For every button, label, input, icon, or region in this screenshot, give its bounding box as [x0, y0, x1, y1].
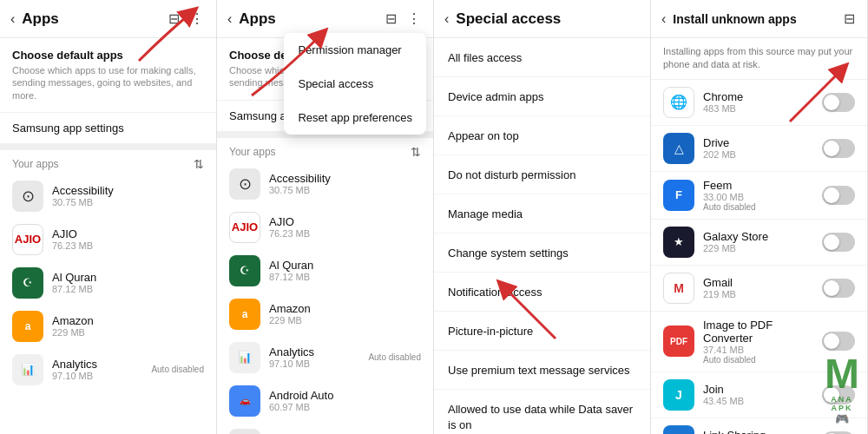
list-item[interactable]: ☪ Al Quran 87.12 MB	[0, 261, 216, 305]
list-item[interactable]: a Amazon 229 MB	[0, 305, 216, 348]
panel2-sort-icon[interactable]: ⊟	[384, 9, 398, 29]
watermark-m: M	[825, 353, 859, 395]
panel2-more-icon[interactable]: ⋮	[405, 9, 423, 29]
feem-toggle[interactable]	[822, 186, 855, 205]
apps-panel-1: ‹ Apps ⊟ ⋮ Choose default apps Choose wh…	[0, 0, 217, 434]
panel1-sort-icon[interactable]: ⊟	[167, 9, 181, 29]
access-item-manage-media[interactable]: Manage media	[434, 194, 650, 233]
access-item-notification[interactable]: Notification access	[434, 273, 650, 312]
app-name: Analytics	[52, 358, 148, 371]
panel4-header: ‹ Install unknown apps ⊟	[651, 0, 867, 38]
app-icon-analytics: 📊	[229, 342, 260, 373]
panel1-more-icon[interactable]: ⋮	[188, 9, 206, 29]
list-item[interactable]: a Amazon 229 MB	[217, 293, 433, 336]
watermark-apk: APK	[832, 404, 853, 412]
panel1-back-icon[interactable]: ‹	[10, 11, 15, 27]
app-size: 483 MB	[703, 103, 822, 114]
app-info-ajio: AJIO 76.23 MB	[52, 227, 204, 251]
chrome-toggle[interactable]	[822, 93, 855, 112]
app-name: Galaxy Store	[703, 230, 822, 243]
panel1-default-apps-section[interactable]: Choose default apps Choose which apps to…	[0, 38, 216, 113]
panel-2: ‹ Apps ⊟ ⋮ Choose default apps Choose wh…	[217, 0, 434, 434]
panel1-apps-sort-icon[interactable]: ⇅	[194, 157, 204, 171]
panel1-title: Apps	[22, 10, 167, 28]
app-size: 229 MB	[269, 315, 421, 326]
pdf-toggle[interactable]	[822, 332, 855, 351]
list-item[interactable]: ★ Galaxy Store 229 MB	[651, 220, 867, 266]
access-item-dnd[interactable]: Do not disturb permission	[434, 155, 650, 194]
list-item[interactable]: △ Drive 202 MB	[651, 126, 867, 172]
app-size: 219 MB	[703, 289, 822, 299]
app-info-amazon: Amazon 229 MB	[52, 314, 204, 338]
list-item[interactable]: ◈ Android System Intelligence 116 MB	[217, 423, 433, 434]
list-item[interactable]: ☪ Al Quran 87.12 MB	[217, 249, 433, 293]
app-icon-chrome: 🌐	[663, 87, 694, 118]
access-item-data-saver[interactable]: Allowed to use data while Data saver is …	[434, 390, 650, 434]
app-size: 30.75 MB	[269, 185, 421, 195]
list-item[interactable]: ⊙ Accessibility 30.75 MB	[0, 174, 216, 218]
app-icon-pdf: PDF	[663, 326, 694, 357]
panel1-your-apps-header: Your apps ⇅	[0, 150, 216, 174]
app-info-quran: Al Quran 87.12 MB	[269, 259, 421, 282]
app-name: Accessibility	[52, 184, 204, 197]
list-item[interactable]: 📊 Analytics 97.10 MB Auto disabled	[0, 348, 216, 391]
access-item-premium-sms[interactable]: Use premium text message services	[434, 351, 650, 390]
app-info-auto: Android Auto 60.97 MB	[269, 389, 421, 412]
app-name: AJIO	[52, 227, 204, 240]
app-name: Android Auto	[269, 389, 421, 402]
app-size: 76.23 MB	[269, 228, 421, 239]
panel2-back-icon[interactable]: ‹	[227, 11, 232, 27]
app-info-analytics: Analytics 97.10 MB	[52, 358, 148, 381]
list-item[interactable]: 📊 Analytics 97.10 MB Auto disabled	[217, 336, 433, 379]
apps-panel-2: ‹ Apps ⊟ ⋮ Choose default apps Choose wh…	[217, 0, 434, 434]
panel4-back-icon[interactable]: ‹	[661, 11, 666, 27]
access-item-device-admin[interactable]: Device admin apps	[434, 77, 650, 116]
app-icon-galaxy-store: ★	[663, 227, 694, 258]
app-name: Feem	[703, 179, 822, 192]
list-item[interactable]: AJIO AJIO 76.23 MB	[0, 218, 216, 261]
panel4-header-desc: Installing apps from this source may put…	[651, 38, 867, 80]
panel2-title: Apps	[239, 10, 384, 28]
list-item[interactable]: 🌐 Chrome 483 MB	[651, 80, 867, 126]
panel4-title: Install unknown apps	[673, 12, 842, 26]
app-icon-auto: 🚗	[229, 385, 260, 417]
list-item[interactable]: M Gmail 219 MB	[651, 266, 867, 312]
app-info-galaxy-store: Galaxy Store 229 MB	[703, 230, 822, 253]
app-icon-ajio: AJIO	[12, 224, 43, 255]
app-disabled-label: Auto disabled	[148, 365, 204, 374]
dropdown-permission-manager[interactable]: Permission manager	[284, 33, 426, 67]
dropdown-reset-preferences[interactable]: Reset app preferences	[284, 101, 426, 135]
access-item-change-system[interactable]: Change system settings	[434, 233, 650, 273]
app-name: Drive	[703, 136, 822, 149]
watermark-controller-icon: 🎮	[835, 412, 849, 425]
gmail-toggle[interactable]	[822, 279, 855, 298]
app-icon-feem: F	[663, 180, 694, 211]
app-size: 76.23 MB	[52, 240, 204, 251]
panel-1: ‹ Apps ⊟ ⋮ Choose default apps Choose wh…	[0, 0, 217, 434]
panel2-your-apps-label: Your apps	[229, 146, 276, 158]
drive-toggle[interactable]	[822, 139, 855, 158]
dropdown-special-access[interactable]: Special access	[284, 67, 426, 101]
app-icon-link-sharing: 🔗	[663, 425, 694, 434]
panel2-apps-sort-icon[interactable]: ⇅	[411, 145, 421, 159]
list-item[interactable]: AJIO AJIO 76.23 MB	[217, 206, 433, 249]
app-size: 202 MB	[703, 149, 822, 160]
app-size: 97.10 MB	[269, 358, 365, 369]
panel4-sort-icon[interactable]: ⊟	[842, 9, 857, 29]
access-item-all-files[interactable]: All files access	[434, 38, 650, 77]
list-item[interactable]: F Feem 33.00 MB Auto disabled	[651, 172, 867, 220]
list-item[interactable]: 🚗 Android Auto 60.97 MB	[217, 379, 433, 423]
panel3-back-icon[interactable]: ‹	[444, 11, 449, 27]
panel3-content: All files access Device admin apps Appea…	[434, 38, 650, 434]
app-name: Accessibility	[269, 172, 421, 185]
list-item[interactable]: ⊙ Accessibility 30.75 MB	[217, 162, 433, 206]
access-item-pip[interactable]: Picture-in-picture	[434, 312, 650, 351]
access-item-appear-on-top[interactable]: Appear on top	[434, 116, 650, 155]
app-info-link-sharing: Link Sharing 2.67 MB	[703, 429, 822, 434]
panel1-header: ‹ Apps ⊟ ⋮	[0, 0, 216, 38]
panel1-samsung-section[interactable]: Samsung app settings	[0, 113, 216, 150]
panel3-header: ‹ Special access	[434, 0, 650, 38]
panel-4: ‹ Install unknown apps ⊟ Installing apps…	[651, 0, 868, 434]
galaxy-store-toggle[interactable]	[822, 233, 855, 252]
app-info-accessibility: Accessibility 30.75 MB	[52, 184, 204, 207]
